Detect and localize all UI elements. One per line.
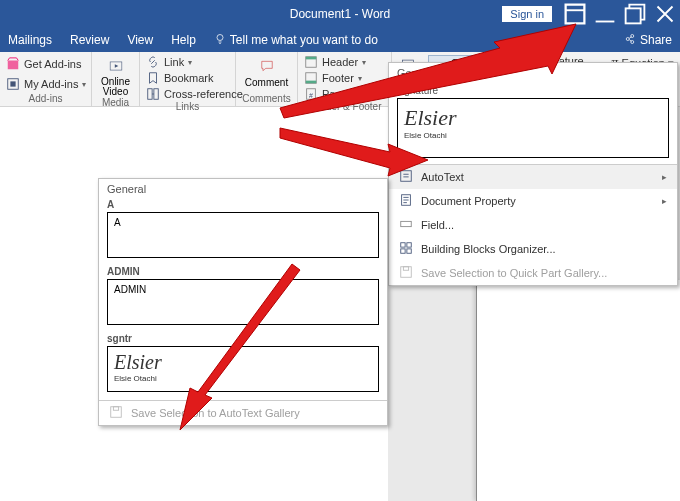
autotext-entry[interactable]: A A [107,199,379,258]
document-page[interactable] [476,280,680,501]
store-icon [6,57,20,71]
tab-help[interactable]: Help [171,33,196,47]
autotext-entry[interactable]: ADMIN ADMIN [107,266,379,325]
quick-parts-gallery: General signature Elsier Elsie Otachi Au… [388,62,678,286]
ribbon-tabs: Mailings Review View Help Tell me what y… [0,28,680,52]
gallery-entry-name: signature [397,85,669,96]
svg-marker-10 [114,64,118,68]
link-button[interactable]: Link▾ [146,55,229,69]
signature-preview-text: Elsier [404,105,662,131]
footer-button[interactable]: Footer▾ [304,71,385,85]
chevron-right-icon: ▸ [662,172,667,182]
chevron-down-icon: ▾ [358,74,362,83]
bookmark-icon [146,71,160,85]
svg-text:#: # [309,92,313,99]
menu-document-property[interactable]: Document Property ▸ [389,189,677,213]
tab-mailings[interactable]: Mailings [8,33,52,47]
chevron-right-icon: ▸ [662,196,667,206]
bookmark-button[interactable]: Bookmark [146,71,229,85]
svg-rect-6 [8,61,19,70]
menu-autotext[interactable]: AutoText ▸ [389,165,677,189]
tab-view[interactable]: View [127,33,153,47]
document-property-icon [399,193,413,209]
svg-rect-14 [306,57,317,60]
svg-rect-8 [10,81,15,86]
svg-rect-31 [407,249,411,253]
page-number-icon: # [304,87,318,101]
field-icon [399,217,413,233]
sign-in-button[interactable]: Sign in [502,6,552,22]
menu-field[interactable]: Field... [389,213,677,237]
svg-rect-32 [401,267,412,278]
gallery-entry-preview[interactable]: Elsier Elsie Otachi [397,98,669,158]
ribbon-display-options[interactable] [560,0,590,28]
lightbulb-icon [214,33,226,48]
svg-rect-16 [306,81,317,84]
get-addins-button[interactable]: Get Add-ins [6,57,85,71]
chevron-down-icon: ▾ [188,58,192,67]
share-button[interactable]: Share [624,33,672,48]
building-blocks-icon [399,241,413,257]
svg-rect-29 [407,243,411,247]
comment-icon[interactable] [256,55,278,77]
group-label-media: Media [98,97,133,110]
autotext-gallery: General A A ADMIN ADMIN sgntr Elsier Els… [98,178,388,426]
svg-rect-11 [148,89,152,100]
cross-reference-button[interactable]: Cross-reference [146,87,229,101]
restore-button[interactable] [620,0,650,28]
svg-rect-1 [626,8,641,23]
tab-review[interactable]: Review [70,33,109,47]
svg-point-3 [626,37,629,40]
my-addins-button[interactable]: My Add-ins ▾ [6,77,85,91]
save-icon [109,405,123,421]
autotext-icon [399,169,413,185]
header-icon [304,55,318,69]
app-title: Document1 - Word [290,7,390,21]
footer-icon [304,71,318,85]
svg-rect-35 [113,407,118,411]
group-label-addins: Add-ins [6,93,85,106]
page-number-button[interactable]: #Page Number▾ [304,87,385,101]
svg-rect-0 [566,5,585,24]
svg-rect-34 [111,407,122,418]
online-video-icon[interactable] [105,55,127,77]
menu-building-blocks-organizer[interactable]: Building Blocks Organizer... [389,237,677,261]
link-icon [146,55,160,69]
close-button[interactable] [650,0,680,28]
gallery-category: General [99,179,387,199]
cross-reference-icon [146,87,160,101]
group-label-hf: Header & Footer [304,101,385,114]
chevron-down-icon: ▾ [82,80,86,89]
svg-rect-12 [154,89,158,100]
menu-save-to-quick-part-gallery: Save Selection to Quick Part Gallery... [389,261,677,285]
svg-rect-27 [401,221,412,226]
tell-me[interactable]: Tell me what you want to do [214,33,378,48]
signature-preview-sub: Elsie Otachi [404,131,662,140]
titlebar: Document1 - Word Sign in [0,0,680,28]
group-label-comments: Comments [242,93,291,106]
header-button[interactable]: Header▾ [304,55,385,69]
gallery-category: General [389,63,677,83]
group-label-links: Links [146,101,229,114]
share-icon [624,33,636,48]
menu-save-to-autotext-gallery: Save Selection to AutoText Gallery [99,401,387,425]
addins-icon [6,77,20,91]
minimize-button[interactable] [590,0,620,28]
svg-rect-25 [401,171,412,182]
save-icon [399,265,413,281]
autotext-entry[interactable]: sgntr Elsier Elsie Otachi [107,333,379,392]
svg-point-2 [217,34,223,40]
svg-rect-30 [401,249,405,253]
chevron-down-icon: ▾ [362,58,366,67]
svg-rect-28 [401,243,405,247]
svg-rect-33 [403,267,408,271]
